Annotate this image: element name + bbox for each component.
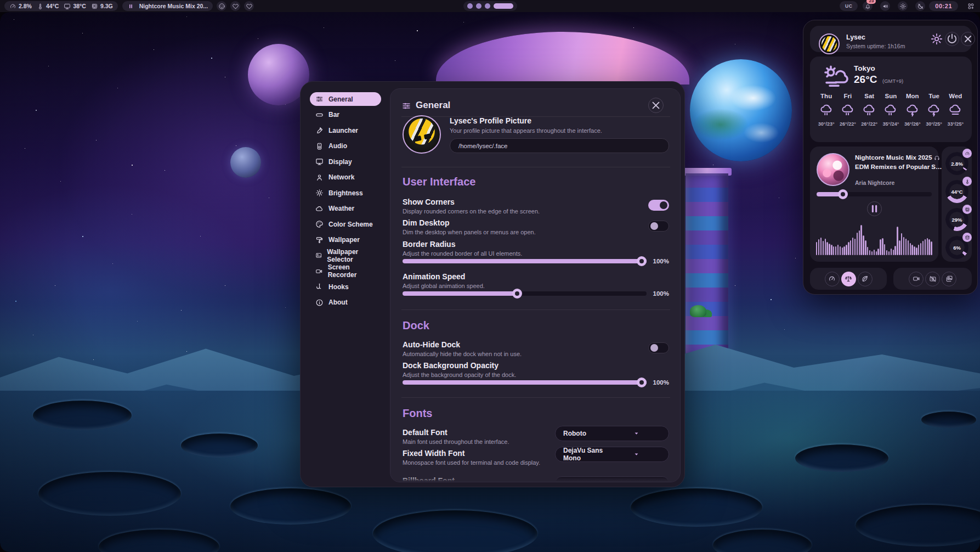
rain-icon [819, 103, 834, 117]
slider-knob[interactable] [637, 256, 647, 266]
media-pill[interactable]: Nightcore Music Mix 20... [122, 1, 213, 11]
slider-knob[interactable] [512, 289, 522, 298]
quick-icons [213, 1, 254, 11]
power-profile-speedometer[interactable] [825, 272, 840, 286]
power-profile-scales[interactable] [841, 272, 856, 286]
sidebar-item-wallpaper[interactable]: Wallpaper [310, 233, 381, 247]
sidebar-item-display[interactable]: Display [310, 155, 381, 168]
sidebar-item-hooks[interactable]: Hooks [310, 280, 381, 294]
workspace-dot[interactable] [485, 3, 490, 9]
divider [401, 309, 670, 310]
notifications-button[interactable]: 23 [863, 1, 873, 11]
utility-pictures[interactable] [942, 272, 956, 286]
sidebar-item-label: Launcher [328, 127, 358, 134]
sidebar-item-bar[interactable]: Bar [310, 108, 381, 122]
user-avatar[interactable] [819, 33, 840, 54]
speedometer-icon [962, 149, 972, 158]
dock-opacity-slider[interactable] [403, 378, 647, 387]
workspace-active[interactable] [494, 3, 513, 9]
pause-icon [868, 202, 881, 216]
system-stats-pill[interactable]: 2.8%44°C38°C9.3G [4, 1, 118, 11]
power-icon [945, 32, 959, 46]
brightness-button[interactable] [898, 1, 908, 11]
slider-fill [403, 380, 647, 385]
waveform-bar [920, 243, 921, 255]
waveform-bar [928, 239, 930, 255]
sidebar-item-color-scheme[interactable]: Color Scheme [310, 217, 381, 231]
clock[interactable]: 00:21 [929, 1, 958, 11]
slider-fill [403, 291, 517, 296]
slider-knob[interactable] [838, 189, 848, 199]
show-corners-toggle[interactable] [648, 200, 669, 211]
waveform-bar [865, 240, 866, 255]
pause-button[interactable] [867, 201, 882, 216]
sidebar-item-brightness[interactable]: Brightness [310, 186, 381, 200]
section-title-fonts: Fonts [403, 407, 432, 420]
sidebar-item-weather[interactable]: Weather [310, 202, 381, 216]
app-grid-button[interactable] [966, 1, 976, 11]
album-art[interactable] [817, 153, 849, 186]
waveform-bar [854, 239, 856, 255]
animation-speed-value: 100% [647, 290, 669, 297]
storm-icon [905, 103, 920, 117]
fixed-font-dropdown[interactable]: DejaVu Sans Mono [555, 447, 669, 462]
media-progress-slider[interactable] [817, 189, 932, 199]
sidebar-item-general[interactable]: General [310, 92, 381, 106]
tune-icon [401, 101, 411, 111]
power-profiles-group [810, 268, 887, 290]
sidebar-item-wallpaper-selector[interactable]: Wallpaper Selector [310, 249, 381, 262]
animation-speed-slider[interactable] [403, 289, 647, 298]
workspace-dot[interactable] [476, 3, 481, 9]
tray-icon[interactable]: UC [840, 1, 858, 11]
sidebar-item-screen-recorder[interactable]: Screen Recorder [310, 264, 381, 278]
utilities-group [893, 268, 972, 290]
profile-avatar[interactable] [403, 115, 441, 154]
profile-path-input[interactable]: /home/lysec/.face [450, 138, 669, 153]
night-light-button[interactable] [915, 1, 925, 11]
workspace-indicator[interactable] [463, 1, 517, 11]
section-title-ui: User Interface [403, 176, 475, 188]
border-radius-slider[interactable] [403, 256, 647, 266]
robot-button[interactable] [217, 1, 226, 11]
slider-fill [403, 259, 647, 263]
volume-button[interactable] [880, 1, 890, 11]
sidebar-item-audio[interactable]: Audio [310, 139, 381, 153]
image-icon [315, 251, 322, 260]
sidebar-item-launcher[interactable]: Launcher [310, 123, 381, 137]
close-button[interactable] [648, 98, 664, 113]
waveform-bar [894, 246, 896, 255]
waveform-bar [825, 239, 826, 255]
heart-button[interactable] [230, 1, 240, 11]
waveform-bar [891, 249, 892, 255]
auto-hide-dock-toggle[interactable] [648, 342, 669, 353]
power-button[interactable] [945, 32, 959, 46]
fixed-font-desc: Monospace font used for terminal and cod… [403, 459, 540, 466]
fixed-font-value: DejaVu Sans Mono [563, 447, 612, 462]
system-gauges-card: 2.8% 44°C 29% 6% [942, 147, 972, 262]
hook-icon [315, 283, 324, 291]
dim-desktop-label: Dim Desktop [403, 218, 450, 227]
dim-desktop-toggle[interactable] [648, 221, 669, 232]
moon-off-icon [917, 3, 924, 10]
info-icon [315, 298, 324, 307]
utility-video[interactable] [909, 272, 924, 286]
power-profile-leaf[interactable] [858, 272, 873, 286]
forecast-day-tue: Tue 30°/25° [923, 93, 944, 127]
panel-close-button[interactable] [961, 32, 975, 46]
heart-button[interactable] [244, 1, 254, 11]
default-font-dropdown[interactable]: Roboto [555, 426, 669, 441]
sidebar-item-label: Network [328, 173, 354, 181]
slider-knob[interactable] [637, 378, 647, 387]
waveform-bar [843, 246, 845, 255]
dock-opacity-value: 100% [647, 379, 669, 386]
workspace-dot[interactable] [467, 3, 473, 9]
video-icon [315, 267, 323, 275]
side-panel: Lysec System uptime: 1h16m Tokyo 26°C (G… [803, 20, 978, 295]
settings-sidebar: General Bar Launcher Audio Display Netwo… [305, 88, 386, 481]
sidebar-item-network[interactable]: Network [310, 171, 381, 184]
waveform-bar [901, 233, 902, 255]
utility-camera-off[interactable] [925, 272, 940, 286]
sidebar-item-about[interactable]: About [310, 296, 381, 309]
waveform-bar [820, 238, 822, 255]
settings-button[interactable] [930, 32, 944, 46]
